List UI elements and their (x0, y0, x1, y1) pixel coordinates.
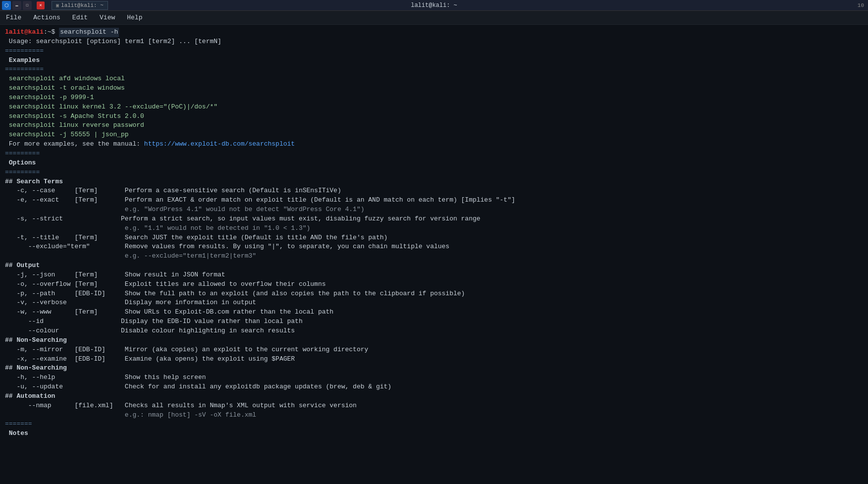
terminal-line: searchsploit -j 55555 | json_pp (5, 130, 863, 140)
menu-help[interactable]: Help (125, 13, 144, 22)
menu-bar: File Actions Edit View Help (0, 11, 868, 25)
terminal-line: --exclude="term" Remove values from resu… (5, 242, 863, 252)
terminal-line: searchsploit -p 9999-1 (5, 93, 863, 103)
menu-actions[interactable]: Actions (31, 13, 62, 22)
terminal-line: -p, --path [EDB-ID] Show the full path t… (5, 289, 863, 299)
menu-edit[interactable]: Edit (70, 13, 90, 22)
terminal-line: ========= (5, 168, 863, 177)
taskbar-icon-2[interactable]: ▬ (12, 1, 21, 10)
terminal-line: --colour Disable colour highlighting in … (5, 326, 863, 336)
terminal-content[interactable]: lalit@kali :~$ searchsploit -h Usage: se… (0, 25, 868, 484)
terminal-line: e.g. --exclude="term1|term2|term3" (5, 252, 863, 261)
prompt-user: lalit@kali (5, 28, 44, 37)
terminal-line: searchsploit linux kernel 3.2 --exclude=… (5, 103, 863, 112)
terminal-line: searchsploit afd windows local (5, 74, 863, 84)
terminal-line: -o, --overflow [Term] Exploit titles are… (5, 280, 863, 289)
output-lines: Usage: searchsploit [options] term1 [ter… (5, 37, 863, 438)
terminal-line: -s, --strict Perform a strict search, so… (5, 215, 863, 224)
taskbar-left-icons: ⬡ ▬ ◻ ✕ ▣ lalit@kali: ~ (2, 1, 108, 10)
terminal-window: File Actions Edit View Help lalit@kali :… (0, 11, 868, 484)
taskbar-window-label: lalit@kali: ~ (61, 2, 104, 8)
prompt-sep: :~$ (44, 28, 55, 37)
terminal-line: Usage: searchsploit [options] term1 [ter… (5, 37, 863, 47)
terminal-line: searchsploit linux reverse password (5, 121, 863, 130)
terminal-line: -m, --mirror [EDB-ID] Mirror (aka copies… (5, 345, 863, 355)
terminal-line: -h, --help Show this help screen (5, 373, 863, 382)
terminal-line: Notes (5, 429, 863, 438)
terminal-line: For more examples, see the manual: https… (5, 140, 863, 149)
terminal-line: --nmap [file.xml] Checks all results in … (5, 401, 863, 411)
terminal-line: ## Automation (5, 392, 863, 401)
terminal-line: -w, --www [Term] Show URLs to Exploit-DB… (5, 308, 863, 317)
taskbar-icon-1[interactable]: ⬡ (2, 1, 11, 10)
terminal-line: e.g.: nmap [host] -sV -oX file.xml (5, 411, 863, 420)
taskbar-right: 10 (858, 2, 866, 8)
taskbar-top: ⬡ ▬ ◻ ✕ ▣ lalit@kali: ~ lalit@kali: ~ 10 (0, 0, 868, 11)
terminal-line: searchsploit -t oracle windows (5, 84, 863, 93)
taskbar-window-button[interactable]: ▣ lalit@kali: ~ (52, 1, 108, 10)
terminal-line: -c, --case [Term] Perform a case-sensiti… (5, 186, 863, 196)
terminal-line: -e, --exact [Term] Perform an EXACT & or… (5, 196, 863, 205)
prompt-line: lalit@kali :~$ searchsploit -h (5, 28, 863, 37)
taskbar-icon-red[interactable]: ✕ (37, 1, 45, 9)
menu-view[interactable]: View (98, 13, 117, 22)
terminal-line: searchsploit -s Apache Struts 2.0.0 (5, 112, 863, 121)
terminal-line: -j, --json [Term] Show result in JSON fo… (5, 270, 863, 280)
terminal-line: ========== (5, 65, 863, 74)
terminal-line: ========= (5, 149, 863, 159)
terminal-line: ## Non-Searching (5, 336, 863, 345)
terminal-line: ======= (5, 420, 863, 429)
terminal-line: ## Search Terms (5, 177, 863, 187)
taskbar-right-number: 10 (858, 2, 864, 8)
terminal-line: ## Output (5, 261, 863, 270)
terminal-line: -u, --update Check for and install any e… (5, 382, 863, 392)
taskbar-title: lalit@kali: ~ (411, 2, 457, 9)
terminal-line: --id Display the EDB-ID value rather tha… (5, 317, 863, 326)
terminal-inner: lalit@kali :~$ searchsploit -h Usage: se… (0, 25, 868, 484)
terminal-line: Options (5, 159, 863, 168)
terminal-line: -t, --title [Term] Search JUST the explo… (5, 233, 863, 243)
prompt-command: searchsploit -h (59, 28, 119, 37)
terminal-line: -x, --examine [EDB-ID] Examine (aka open… (5, 355, 863, 364)
terminal-line: e.g. "WordPress 4.1" would not be detect… (5, 205, 863, 215)
terminal-line: -v, --verbose Display more information i… (5, 298, 863, 308)
terminal-line: Examples (5, 56, 863, 65)
menu-file[interactable]: File (4, 13, 23, 22)
taskbar-center-title: lalit@kali: ~ (411, 2, 457, 9)
terminal-line: e.g. "1.1" would not be detected in "1.0… (5, 224, 863, 233)
terminal-line: ========== (5, 47, 863, 56)
terminal-line: ## Non-Searching (5, 364, 863, 373)
taskbar-icon-3[interactable]: ◻ (23, 1, 32, 10)
